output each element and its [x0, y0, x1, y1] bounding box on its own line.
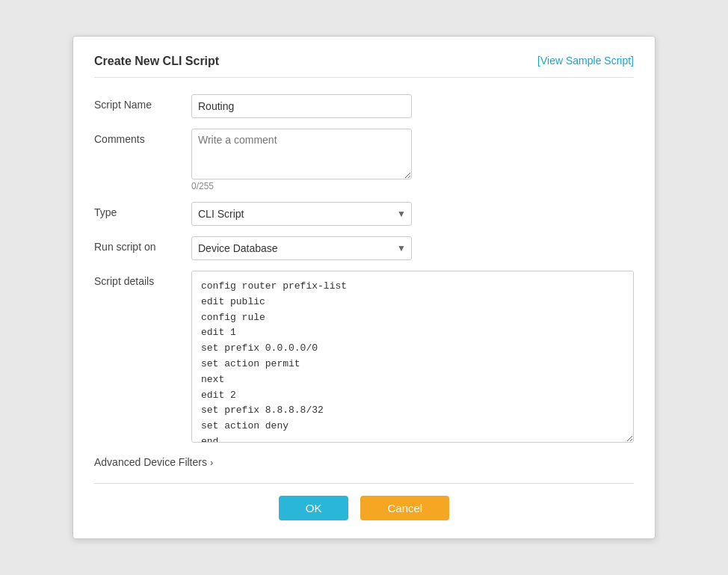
run-on-row: Run script on Device Database Device ▼	[94, 236, 634, 260]
create-cli-script-dialog: Create New CLI Script [View Sample Scrip…	[73, 36, 655, 539]
script-name-input[interactable]	[191, 94, 412, 118]
script-details-wrap: config router prefix-list edit public co…	[191, 271, 634, 446]
advanced-device-filters[interactable]: Advanced Device Filters ›	[94, 456, 634, 468]
cancel-button[interactable]: Cancel	[360, 496, 449, 520]
advanced-filters-label: Advanced Device Filters	[94, 456, 207, 468]
comments-textarea[interactable]	[191, 129, 412, 179]
script-name-row: Script Name	[94, 94, 634, 118]
run-on-select-wrap: Device Database Device ▼	[191, 236, 412, 260]
ok-button[interactable]: OK	[279, 496, 349, 520]
type-select[interactable]: CLI Script TCL Script	[191, 202, 412, 226]
type-wrap: CLI Script TCL Script ▼	[191, 202, 634, 226]
script-details-textarea[interactable]: config router prefix-list edit public co…	[191, 271, 634, 443]
run-on-label: Run script on	[94, 236, 191, 253]
comments-label: Comments	[94, 129, 191, 145]
run-on-select[interactable]: Device Database Device	[191, 236, 412, 260]
comments-row: Comments 0/255	[94, 129, 634, 191]
script-details-label: Script details	[94, 271, 191, 287]
char-count: 0/255	[191, 181, 634, 191]
script-name-wrap	[191, 94, 634, 118]
dialog-footer: OK Cancel	[94, 483, 634, 520]
comments-wrap: 0/255	[191, 129, 634, 191]
view-sample-link[interactable]: [View Sample Script]	[537, 55, 634, 67]
chevron-right-icon: ›	[210, 457, 213, 468]
script-name-label: Script Name	[94, 94, 191, 111]
run-on-wrap: Device Database Device ▼	[191, 236, 634, 260]
script-details-row: Script details config router prefix-list…	[94, 271, 634, 446]
type-select-wrap: CLI Script TCL Script ▼	[191, 202, 412, 226]
type-row: Type CLI Script TCL Script ▼	[94, 202, 634, 226]
type-label: Type	[94, 202, 191, 218]
